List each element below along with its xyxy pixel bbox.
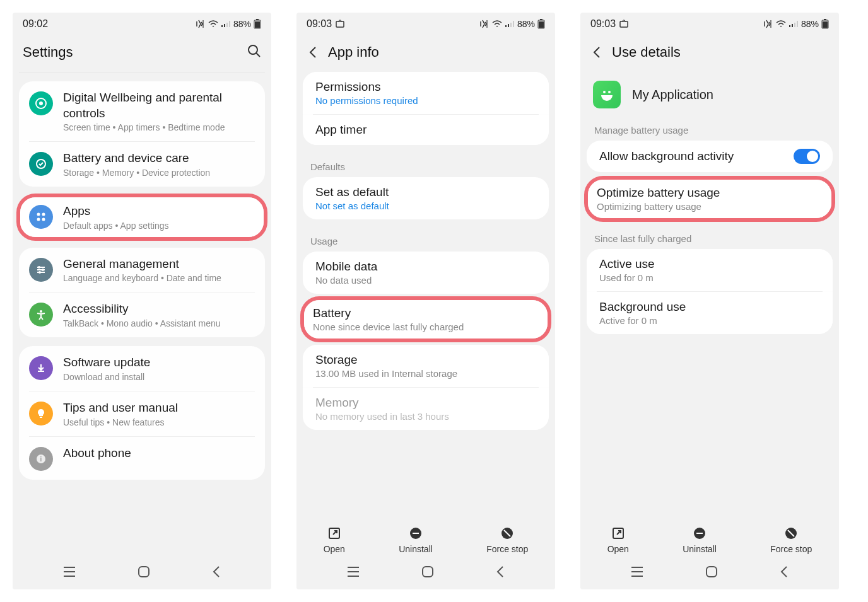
nav-recents[interactable] [346,566,360,580]
row-allow-bg[interactable]: Allow background activity [587,141,833,172]
row-storage[interactable]: Storage 13.00 MB used in Internal storag… [303,345,549,387]
status-time: 09:03 [307,18,332,30]
settings-item-tips[interactable]: Tips and user manual Useful tips • New f… [19,391,265,436]
update-title: Software update [63,355,255,371]
svg-point-21 [42,269,44,271]
svg-rect-43 [413,533,419,534]
svg-point-60 [608,91,611,93]
row-mobile-data[interactable]: Mobile data No data used [303,252,549,294]
section-since: Since last fully charged [580,226,839,249]
nav-back[interactable] [211,565,221,581]
nav-back[interactable] [495,565,505,581]
svg-rect-57 [824,19,826,20]
nav-recents[interactable] [630,566,644,580]
phone-screen-settings: 09:02 88% Settings Digital Wellbeing and… [13,13,271,589]
screenshot-icon [619,20,630,28]
action-force-stop-label: Force stop [486,544,528,554]
status-bar: 09:03 88% [580,13,839,35]
settings-item-apps[interactable]: Apps Default apps • App settings [20,197,264,237]
svg-rect-55 [797,21,798,27]
action-uninstall[interactable]: Uninstall [683,525,717,554]
settings-item-general[interactable]: General management Language and keyboard… [19,248,265,292]
wellbeing-sub: Screen time • App timers • Bedtime mode [63,122,255,132]
battery-sub: None since device last fully charged [313,321,539,332]
accessibility-title: Accessibility [63,301,255,317]
settings-item-about[interactable]: i About phone [19,437,265,480]
phone-screen-app-info: 09:03 88% App info Permissions No permis… [296,13,555,589]
back-button[interactable] [307,46,319,59]
svg-rect-24 [38,371,44,372]
action-uninstall-label: Uninstall [399,544,433,554]
row-background-use[interactable]: Background use Active for 0 m [587,292,833,334]
settings-item-battery[interactable]: Battery and device care Storage • Memory… [19,142,265,187]
action-uninstall[interactable]: Uninstall [399,525,433,554]
status-time: 09:02 [23,18,48,30]
force-stop-icon [783,525,799,541]
search-button[interactable] [247,44,261,61]
mobile-data-sub: No data used [315,275,536,286]
row-active-use[interactable]: Active use Used for 0 m [587,249,833,291]
action-force-stop[interactable]: Force stop [486,525,528,554]
wifi-icon [492,20,502,28]
general-icon [29,258,53,282]
set-default-title: Set as default [315,185,536,199]
settings-item-wellbeing[interactable]: Digital Wellbeing and parental controls … [19,81,265,141]
battery-icon [254,19,261,29]
nav-home[interactable] [705,565,718,581]
svg-rect-32 [336,21,344,27]
optimize-title: Optimize battery usage [597,186,823,200]
nav-home[interactable] [138,565,150,581]
svg-rect-58 [823,21,828,28]
settings-card-1: Digital Wellbeing and parental controls … [19,81,265,187]
nav-home[interactable] [421,565,434,581]
bottom-actions: Open Uninstall Force stop [296,520,555,558]
nav-back[interactable] [779,565,789,581]
search-icon [247,44,261,58]
row-battery[interactable]: Battery None since device last fully cha… [304,300,548,339]
header: App info [296,35,555,72]
permissions-title: Permissions [315,80,536,94]
settings-item-update[interactable]: Software update Download and install [19,346,265,391]
action-force-stop[interactable]: Force stop [770,525,812,554]
page-title: App info [328,44,379,61]
svg-rect-50 [620,21,628,27]
app-header: My Application [580,72,839,117]
row-app-timer[interactable]: App timer [303,115,549,145]
wifi-icon [208,20,218,28]
memory-title: Memory [315,396,536,410]
open-icon [610,525,626,541]
nav-recents[interactable] [62,566,76,580]
card-usage-2: Storage 13.00 MB used in Internal storag… [303,345,549,430]
settings-item-accessibility[interactable]: Accessibility TalkBack • Mono audio • As… [19,292,265,337]
back-button[interactable] [590,46,603,59]
svg-point-8 [249,45,257,54]
status-icons: 88% [196,19,261,29]
nav-bar [13,558,271,589]
section-defaults: Defaults [296,154,555,177]
row-memory[interactable]: Memory No memory used in last 3 hours [303,388,549,430]
status-bar: 09:02 88% [13,13,271,35]
active-title: Active use [599,257,820,271]
general-sub: Language and keyboard • Date and time [63,273,255,283]
battery-title: Battery [313,306,539,320]
about-title: About phone [63,446,255,461]
svg-point-16 [42,218,45,221]
row-permissions[interactable]: Permissions No permissions required [303,72,549,114]
allow-bg-toggle[interactable] [794,149,820,164]
row-set-default[interactable]: Set as default Not set as default [303,177,549,219]
signal-icon [505,20,515,28]
settings-card-3: Software update Download and install Tip… [19,346,265,479]
phone-screen-use-details: 09:03 88% Use details My Application Man… [580,13,839,589]
svg-rect-25 [40,417,42,418]
battery-icon [537,19,545,29]
action-open[interactable]: Open [324,525,345,554]
status-time: 09:03 [590,18,616,30]
card-defaults: Set as default Not set as default [303,177,549,219]
accessibility-icon [29,303,53,327]
row-optimize[interactable]: Optimize battery usage Optimizing batter… [588,180,831,218]
action-open[interactable]: Open [607,525,629,554]
svg-rect-69 [707,567,717,577]
svg-point-20 [38,266,40,269]
svg-rect-3 [226,23,228,27]
tips-sub: Useful tips • New features [63,417,255,427]
